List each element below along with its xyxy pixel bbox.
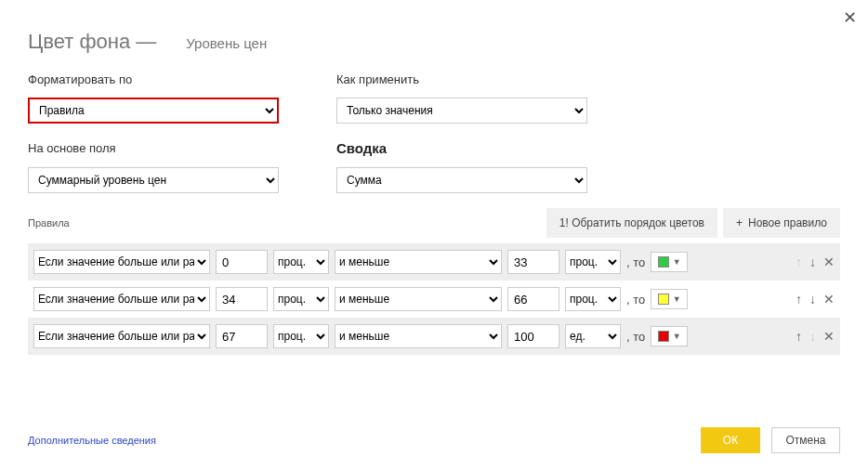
rule-from-unit-select[interactable]: проц. [273,287,329,311]
title-main: Цвет фона — [28,30,156,54]
rules-section-label: Правила [28,217,546,228]
apply-label: Как применить [336,72,615,86]
rule-condition-select[interactable]: Если значение больше или равно [33,250,210,274]
dialog-title: Цвет фона — Уровень цен [28,30,840,54]
delete-rule-icon[interactable]: ✕ [823,329,835,344]
rule-to-unit-select[interactable]: ед. [565,324,621,348]
chevron-down-icon: ▼ [673,294,681,304]
rule-to-unit-select[interactable]: проц. [565,287,621,311]
color-swatch [658,331,669,342]
summary-label: Сводка [336,140,615,156]
new-rule-label: Новое правило [748,216,827,229]
close-icon[interactable]: ✕ [843,7,857,28]
rule-then-label: , то [626,293,645,307]
rule-andless-select[interactable]: и меньше [335,287,502,311]
more-info-link[interactable]: Дополнительные сведения [28,435,156,446]
rule-color-picker[interactable]: ▼ [651,326,688,346]
rule-then-label: , то [626,255,645,269]
ok-button[interactable]: ОК [701,427,760,453]
format-by-select[interactable]: Правила [28,98,279,124]
rule-row: Если значение больше или равнопроц.и мен… [28,243,840,281]
apply-select[interactable]: Только значения [336,98,587,124]
rule-then-label: , то [626,330,645,344]
delete-rule-icon[interactable]: ✕ [823,255,835,269]
rule-from-input[interactable] [216,324,268,348]
move-down-icon[interactable]: ↓ [809,255,816,269]
rule-to-input[interactable] [507,287,559,311]
rule-row: Если значение больше или равнопроц.и мен… [28,281,840,318]
rule-from-input[interactable] [216,287,268,311]
move-up-icon[interactable]: ↑ [796,292,802,307]
delete-rule-icon[interactable]: ✕ [823,292,835,307]
rule-from-input[interactable] [216,250,268,274]
rule-from-unit-select[interactable]: проц. [273,324,329,348]
rule-andless-select[interactable]: и меньше [335,324,502,348]
rule-condition-select[interactable]: Если значение больше или равно [33,324,210,348]
based-on-select[interactable]: Суммарный уровень цен [28,167,279,193]
move-up-icon: ↑ [796,255,802,269]
title-field: Уровень цен [186,35,267,51]
chevron-down-icon: ▼ [673,257,681,267]
color-swatch [658,256,669,268]
based-on-label: На основе поля [28,141,307,155]
rules-list: Если значение больше или равнопроц.и мен… [28,243,840,355]
rule-row: Если значение больше или равнопроц.и мен… [28,318,840,355]
format-by-label: Форматировать по [28,72,307,86]
move-down-icon: ↓ [809,329,816,344]
color-swatch [658,294,669,305]
plus-icon: + [736,216,743,229]
new-rule-button[interactable]: + Новое правило [723,208,840,238]
rule-to-unit-select[interactable]: проц. [565,250,621,274]
rule-to-input[interactable] [507,250,559,274]
rule-from-unit-select[interactable]: проц. [273,250,329,274]
chevron-down-icon: ▼ [673,332,681,341]
summary-select[interactable]: Сумма [336,167,587,193]
move-down-icon[interactable]: ↓ [809,292,816,307]
move-up-icon[interactable]: ↑ [796,329,802,344]
rule-condition-select[interactable]: Если значение больше или равно [33,287,210,311]
rule-andless-select[interactable]: и меньше [335,250,502,274]
reverse-colors-button[interactable]: 1! Обратить порядок цветов [546,208,717,238]
rule-to-input[interactable] [507,324,559,348]
rule-color-picker[interactable]: ▼ [651,289,688,309]
rule-color-picker[interactable]: ▼ [651,252,688,272]
reverse-colors-label: 1! Обратить порядок цветов [559,216,704,229]
cancel-button[interactable]: Отмена [771,427,840,453]
